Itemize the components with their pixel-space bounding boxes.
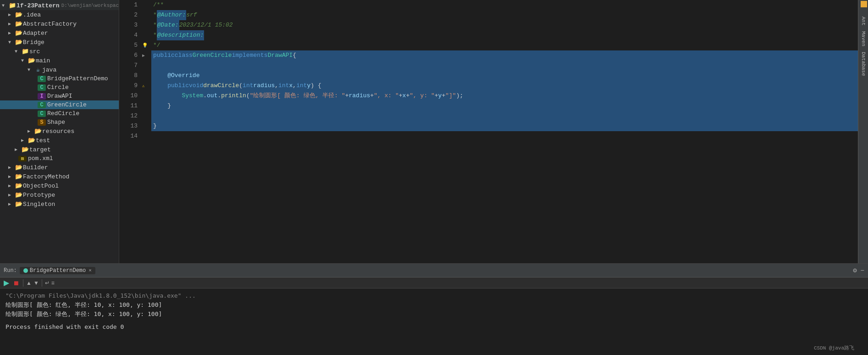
tree-label-circle: Circle [47, 84, 69, 91]
tree-label-root: lf-23Pattern [17, 2, 60, 9]
tree-label-singleton: Singleton [23, 201, 55, 208]
tree-item-resources[interactable]: ▶ 📂 resources [0, 127, 119, 136]
tree-label-src: src [29, 48, 40, 55]
filter-button[interactable]: ≡ [50, 280, 55, 286]
gutter: 💡 ▶ ⚠ [142, 0, 151, 263]
run-label: Run: [4, 267, 17, 274]
tree-item-main[interactable]: ▼ 📂 main [0, 56, 119, 65]
folder-icon: 📁 [8, 2, 17, 9]
tree-label-drawapi: DrawAPI [47, 93, 72, 100]
tree-label-abstractfactory: AbstractFactory [23, 21, 77, 28]
run-stop-button[interactable]: ⏹ [11, 279, 21, 287]
app-container: ▼ 📁 lf-23Pattern D:\wenjian\workspac ▶ 📂… [0, 0, 868, 355]
tree-item-bridge[interactable]: ▼ 📂 Bridge [0, 38, 119, 47]
tree-item-objectpool[interactable]: ▶ 📂 ObjectPool [0, 181, 119, 190]
code-line-8: @Override [151, 71, 858, 81]
file-tree: ▼ 📁 lf-23Pattern D:\wenjian\workspac ▶ 📂… [0, 0, 119, 263]
tree-label-idea: .idea [23, 11, 41, 18]
tree-item-factorymethod[interactable]: ▶ 📂 FactoryMethod [0, 172, 119, 181]
scroll-up-button[interactable]: ▲ [25, 280, 33, 286]
tree-item-greencircle[interactable]: C GreenCircle [0, 100, 119, 109]
console-output: "C:\Program Files\Java\jdk1.8.0_152\bin\… [0, 288, 868, 355]
tree-label-redcircle: RedCircle [47, 110, 79, 117]
right-panel-database[interactable]: Database [861, 52, 866, 76]
right-panel-maven[interactable]: Maven [861, 31, 866, 46]
class-c-bridgepatterndemo-icon: C [38, 76, 46, 82]
tree-item-circle[interactable]: C Circle [0, 83, 119, 92]
tree-label-prototype: Prototype [23, 192, 55, 199]
editor-content[interactable]: 1 2 3 4 5 6 7 8 9 10 11 12 13 14 [119, 0, 858, 263]
folder-idea-icon: 📂 [15, 11, 23, 18]
tree-item-target[interactable]: ▶ 📂 target [0, 145, 119, 154]
console-line-done: Process finished with exit code 0 [6, 322, 862, 332]
tree-label-bridge: Bridge [23, 39, 44, 46]
tree-label-java: java [42, 67, 56, 73]
toolbar-divider [23, 279, 23, 287]
tree-item-prototype[interactable]: ▶ 📂 Prototype [0, 190, 119, 200]
console-line-1: 绘制圆形[ 颜色: 红色, 半径: 10, x: 100, y: 100] [6, 300, 862, 310]
code-line-2: * @Author: srf [151, 10, 858, 20]
code-line-1: /** [151, 0, 858, 10]
tree-label-test: test [36, 137, 50, 144]
class-i-drawapi-icon: I [38, 93, 46, 100]
run-bar: Run: BridgePatternDemo × ⚙ − [0, 264, 868, 277]
folder-prototype-icon: 📂 [15, 191, 23, 199]
tree-item-redcircle[interactable]: C RedCircle [0, 109, 119, 118]
run-config-tab[interactable]: BridgePatternDemo × [20, 267, 95, 274]
tree-item-root[interactable]: ▼ 📁 lf-23Pattern D:\wenjian\workspac [0, 0, 119, 10]
code-line-11: } [151, 101, 858, 111]
tree-item-test[interactable]: ▶ 📂 test [0, 136, 119, 145]
folder-src-icon: 📁 [21, 48, 29, 55]
yellow-indicator [861, 1, 867, 7]
code-line-10: System.out.println("绘制圆形[ 颜色: 绿色, 半径: " … [151, 91, 858, 101]
main-area: ▼ 📁 lf-23Pattern D:\wenjian\workspac ▶ 📂… [0, 0, 868, 263]
code-area[interactable]: /** * @Author: srf * @Date: 2023/12/1 15… [151, 0, 858, 263]
tree-item-java[interactable]: ▼ ☕ java [0, 65, 119, 74]
tree-item-drawapi[interactable]: I DrawAPI [0, 92, 119, 100]
code-line-4: * @description: [151, 30, 858, 40]
run-minimize-icon[interactable]: − [861, 267, 864, 274]
folder-adapter-icon: 📂 [15, 29, 23, 37]
wrap-button[interactable]: ↵ [44, 280, 50, 286]
scroll-down-button[interactable]: ▼ [33, 280, 40, 286]
tree-item-abstractfactory[interactable]: ▶ 📂 AbstractFactory [0, 19, 119, 28]
run-config-icon [23, 268, 28, 273]
tree-label-path: D:\wenjian\workspac [61, 3, 119, 8]
tree-label-builder: Builder [23, 164, 48, 171]
code-line-6: public class GreenCircle implements Draw… [151, 50, 858, 61]
class-c-redcircle-icon: C [38, 111, 46, 117]
code-line-3: * @Date: 2023/12/1 15:02 [151, 20, 858, 30]
run-config-name: BridgePatternDemo [30, 267, 86, 274]
console-line-java: "C:\Program Files\Java\jdk1.8.0_152\bin\… [6, 291, 862, 300]
code-line-7 [151, 61, 858, 71]
tree-label-objectpool: ObjectPool [23, 183, 59, 189]
run-tab-close[interactable]: × [88, 268, 92, 273]
tree-item-builder[interactable]: ▶ 📂 Builder [0, 163, 119, 172]
tree-item-src[interactable]: ▼ 📁 src [0, 47, 119, 56]
right-panel-ant[interactable]: Ant [861, 17, 866, 26]
tree-item-idea[interactable]: ▶ 📂 .idea [0, 10, 119, 19]
console-line-2: 绘制圆形[ 颜色: 绿色, 半径: 10, x: 100, y: 100] [6, 310, 862, 319]
tree-label-shape: Shape [47, 119, 65, 126]
tree-item-bridgepatterndemo[interactable]: C BridgePatternDemo [0, 74, 119, 83]
tree-label-adapter: Adapter [23, 30, 48, 37]
code-line-13: } [151, 121, 858, 131]
tree-item-singleton[interactable]: ▶ 📂 Singleton [0, 200, 119, 209]
run-settings-icon[interactable]: ⚙ [853, 266, 857, 274]
tree-label-pomxml: pom.xml [28, 155, 53, 162]
folder-abstractfactory-icon: 📂 [15, 20, 23, 28]
console-line-empty [6, 319, 862, 322]
console-toolbar: ▶ ⏹ ▲ ▼ ↵ ≡ [0, 277, 868, 288]
folder-objectpool-icon: 📂 [15, 182, 23, 189]
tree-label-bridgepatterndemo: BridgePatternDemo [47, 75, 108, 82]
arrow-root: ▼ [2, 3, 8, 8]
folder-java-icon: ☕ [34, 66, 42, 73]
class-c-shape-icon: S [38, 119, 46, 126]
class-c-circle-icon: C [38, 84, 46, 91]
tree-item-adapter[interactable]: ▶ 📂 Adapter [0, 28, 119, 38]
tree-item-pomxml[interactable]: m pom.xml [0, 154, 119, 163]
folder-singleton-icon: 📂 [15, 200, 23, 208]
run-play-button[interactable]: ▶ [2, 278, 11, 287]
tree-item-shape[interactable]: S Shape [0, 118, 119, 127]
tree-label-target: target [29, 146, 51, 153]
